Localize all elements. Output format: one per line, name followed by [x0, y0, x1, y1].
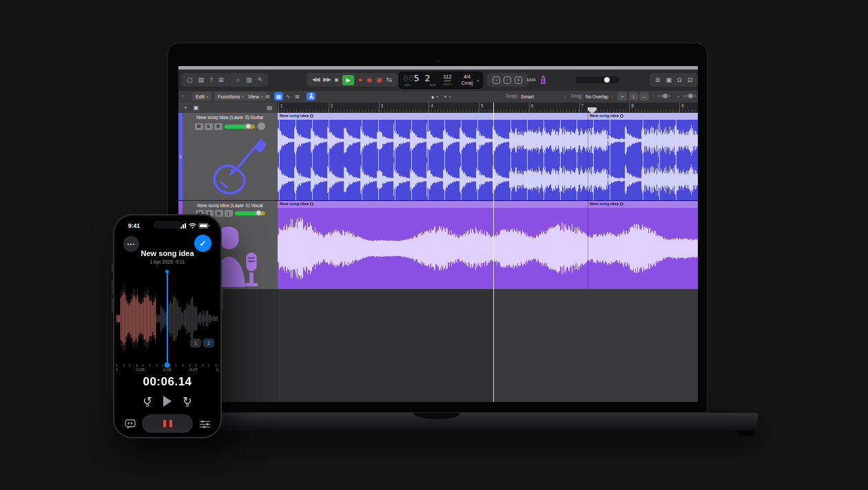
track-1-msr-buttons: MSR: [195, 123, 223, 130]
tempo-label: TEMPO: [443, 83, 453, 86]
functions-menu[interactable]: Functions▾: [214, 92, 247, 100]
bar-number: 6: [529, 103, 534, 113]
settings-icon[interactable]: ☼: [235, 77, 240, 83]
track-r-button[interactable]: R: [214, 123, 223, 130]
autoscroll-icon[interactable]: +: [617, 92, 627, 100]
track-1-waveform-region[interactable]: [278, 120, 698, 200]
track-i-button[interactable]: I: [225, 210, 233, 217]
lcd-display[interactable]: 0052 BAR BEAT 112 KEEP TEMPO 4/4: [399, 72, 483, 89]
guitar-waveform: [278, 120, 698, 200]
forward-button[interactable]: ▶▶: [323, 77, 330, 83]
layer-1-button[interactable]: 1: [190, 339, 201, 348]
transcript-button[interactable]: [123, 417, 137, 431]
text-tool-icon[interactable]: I: [629, 92, 638, 100]
add-track-button[interactable]: +: [184, 105, 187, 111]
play-button[interactable]: [163, 396, 172, 407]
track-2-volume-slider[interactable]: [235, 211, 265, 215]
iphone: 9:41 ••• ✓ New song idea: [113, 214, 222, 438]
zoom-knob[interactable]: [688, 94, 693, 98]
list-editors-icon[interactable]: ≣: [655, 77, 661, 83]
volume-up-button[interactable]: [112, 280, 114, 295]
horizontal-zoom-slider[interactable]: ↔: [676, 94, 696, 98]
play-button[interactable]: ▶: [342, 75, 354, 85]
track-m-button[interactable]: M: [195, 123, 203, 130]
phone-playhead-line[interactable]: [167, 273, 168, 364]
region-label[interactable]: New song idea: [590, 114, 623, 118]
edit-menu[interactable]: Edit▾: [192, 92, 211, 100]
track-1-volume-slider[interactable]: [225, 125, 255, 129]
layer-2-button[interactable]: 2: [203, 339, 214, 348]
note-pads-icon[interactable]: ▣: [666, 77, 672, 83]
arrange-empty-area[interactable]: [493, 289, 698, 402]
region-label[interactable]: New song idea: [590, 202, 623, 206]
punch-icon[interactable]: x: [493, 76, 500, 84]
command-tool-menu[interactable]: + ▾: [440, 92, 454, 100]
bar-number: 8: [629, 103, 634, 113]
track-header-toolbar: + ▣ ▤: [178, 103, 278, 113]
browsers-icon[interactable]: ⊡: [688, 77, 693, 83]
marquee-icon[interactable]: ⊠: [295, 92, 300, 100]
bar-number: 2: [329, 103, 333, 113]
home-indicator[interactable]: [145, 429, 189, 432]
vertical-zoom-slider[interactable]: ↕: [652, 94, 671, 98]
inspector-icon[interactable]: ⊞: [218, 77, 224, 83]
track-1-pan-knob[interactable]: [257, 122, 266, 131]
back-arrow-icon[interactable]: ↑: [181, 92, 184, 100]
skip-back-15-button[interactable]: ↺ 15: [140, 394, 155, 409]
catch-playhead-icon[interactable]: [307, 92, 316, 100]
volume-knob[interactable]: [245, 123, 251, 129]
volume-knob[interactable]: [256, 210, 262, 216]
skip-forward-15-button[interactable]: ↻ 15: [180, 394, 195, 409]
count-in-button[interactable]: 1234: [526, 78, 535, 82]
track-1-region-strip[interactable]: New song idea New song idea: [278, 113, 698, 120]
memo-title: New song idea: [116, 249, 218, 257]
volume-down-button[interactable]: [112, 298, 114, 312]
region-label[interactable]: New song idea: [280, 202, 313, 206]
track-r-button[interactable]: R: [215, 210, 223, 217]
fit-zoom-icon[interactable]: ↔: [639, 92, 649, 100]
track-1-header[interactable]: New song idea (Layer 2) Guitar MSR: [183, 113, 278, 200]
automation-icon[interactable]: ∿: [286, 92, 291, 100]
pause-icon: [163, 420, 166, 427]
zoom-knob[interactable]: [663, 94, 668, 98]
tracks-menu-bar: ↑ Edit▾ Functions▾ View▾ ⊞ ▦ ∿ ⊠ ▲: [178, 91, 698, 103]
capture-recording-button[interactable]: ◉: [366, 77, 372, 83]
track-s-button[interactable]: S: [205, 123, 213, 130]
autopunch-icon[interactable]: ∕: [504, 76, 511, 84]
pencil-icon[interactable]: ✎: [258, 77, 263, 83]
replace-button[interactable]: ▣: [376, 77, 382, 83]
arrange-empty-area[interactable]: [278, 289, 493, 402]
power-button[interactable]: [221, 287, 223, 309]
volume-knob[interactable]: [604, 77, 610, 83]
metronome-icon[interactable]: [539, 76, 547, 84]
region-label[interactable]: New song idea: [280, 114, 313, 118]
stop-button[interactable]: ■: [335, 77, 338, 83]
smart-controls-icon[interactable]: ▥: [246, 77, 252, 83]
header-options-button[interactable]: ▤: [267, 105, 272, 111]
duplicate-track-button[interactable]: ▣: [194, 105, 199, 111]
snap-dropdown[interactable]: Smart ↕: [519, 92, 568, 100]
chevron-down-icon[interactable]: ▾: [477, 78, 479, 83]
action-button[interactable]: [112, 264, 114, 272]
apple-loops-icon[interactable]: Ω: [677, 77, 682, 83]
quick-help-icon[interactable]: ?: [209, 77, 213, 83]
rewind-button[interactable]: ◀◀: [312, 77, 319, 83]
playhead-line[interactable]: [493, 103, 494, 402]
record-button[interactable]: ●: [358, 76, 362, 83]
view-menu[interactable]: View▾: [245, 92, 266, 100]
track-2-region-strip[interactable]: New song idea New song idea: [278, 201, 698, 208]
workspaces-icon[interactable]: ▢: [187, 77, 193, 83]
regions-view-icon[interactable]: ▦: [274, 92, 283, 100]
cycle-button[interactable]: ⇆: [386, 76, 391, 83]
grid-view-icon[interactable]: ⊞: [265, 92, 270, 100]
mixer-icon[interactable]: ▤: [198, 77, 205, 83]
bar-ruler[interactable]: 123456789: [278, 103, 698, 113]
time-ruler[interactable]: 0:040:050:060:070:08: [116, 364, 218, 373]
region-name: New song idea: [280, 202, 309, 206]
options-sliders-button[interactable]: [198, 417, 211, 431]
master-volume-slider[interactable]: [575, 76, 619, 83]
pointer-tool-menu[interactable]: ▲ ▾: [426, 92, 442, 100]
drag-dropdown[interactable]: No Overlap ↕: [583, 92, 615, 100]
vertical-zoom-icon: ↕: [652, 94, 655, 98]
track-2-waveform-region[interactable]: [278, 208, 698, 289]
